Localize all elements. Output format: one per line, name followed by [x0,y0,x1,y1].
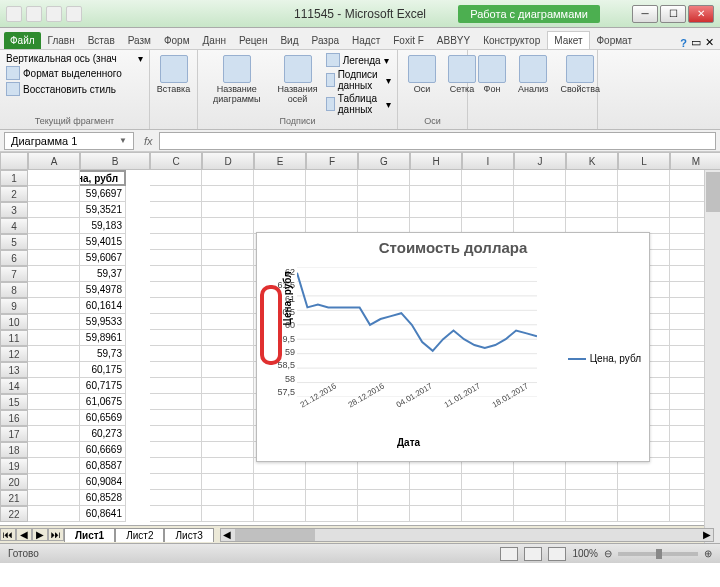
chart-title[interactable]: Стоимость доллара [257,233,649,256]
cell-F22[interactable] [306,506,358,522]
column-header-F[interactable]: F [306,152,358,170]
cell-A9[interactable] [28,298,80,314]
cell-A20[interactable] [28,474,80,490]
formula-input[interactable] [159,132,716,150]
column-header-K[interactable]: K [566,152,618,170]
cell-F20[interactable] [306,474,358,490]
maximize-button[interactable]: ☐ [660,5,686,23]
cell-D20[interactable] [202,474,254,490]
cell-H2[interactable] [410,186,462,202]
cell-I3[interactable] [462,202,514,218]
minimize-button[interactable]: ─ [632,5,658,23]
axis-titles-button[interactable]: Названия осей [274,53,322,107]
sheet-tab-1[interactable]: Лист1 [64,528,115,542]
y-axis-title[interactable]: Цена, рубл [282,272,293,326]
cell-C3[interactable] [150,202,202,218]
worksheet-grid[interactable]: ABCDEFGHIJKLM 12345678910111213141516171… [0,152,720,525]
view-normal-button[interactable] [500,547,518,561]
cell-C13[interactable] [150,362,202,378]
qat-redo-icon[interactable] [66,6,82,22]
tab-pagelayout[interactable]: Разм [122,32,157,49]
column-header-C[interactable]: C [150,152,202,170]
cell-D5[interactable] [202,234,254,250]
cell-A8[interactable] [28,282,80,298]
cell-C5[interactable] [150,234,202,250]
cell-H1[interactable] [410,170,462,186]
cell-F21[interactable] [306,490,358,506]
vscroll-thumb[interactable] [706,172,720,212]
cell-E22[interactable] [254,506,306,522]
row-header-15[interactable]: 15 [0,394,28,410]
cell-K22[interactable] [566,506,618,522]
view-pagelayout-button[interactable] [524,547,542,561]
cell-L1[interactable] [618,170,670,186]
tab-chart-format[interactable]: Формат [591,32,639,49]
cell-D21[interactable] [202,490,254,506]
row-header-9[interactable]: 9 [0,298,28,314]
select-all-corner[interactable] [0,152,28,170]
format-selection-button[interactable]: Формат выделенного [6,66,143,80]
cell-D9[interactable] [202,298,254,314]
chart-title-button[interactable]: Название диаграммы [204,53,270,107]
cell-E21[interactable] [254,490,306,506]
horizontal-scrollbar[interactable]: ◀▶ [220,528,714,542]
cell-D17[interactable] [202,426,254,442]
cell-I1[interactable] [462,170,514,186]
cell-D3[interactable] [202,202,254,218]
cell-H21[interactable] [410,490,462,506]
hscroll-thumb[interactable] [235,529,315,541]
x-axis-title[interactable]: Дата [397,437,420,448]
cell-I20[interactable] [462,474,514,490]
cell-H22[interactable] [410,506,462,522]
cell-E1[interactable] [254,170,306,186]
cell-D1[interactable] [202,170,254,186]
cell-A21[interactable] [28,490,80,506]
cell-J3[interactable] [514,202,566,218]
analysis-button[interactable]: Анализ [514,53,552,97]
row-header-7[interactable]: 7 [0,266,28,282]
tab-developer[interactable]: Разра [306,32,346,49]
view-pagebreak-button[interactable] [548,547,566,561]
cell-D19[interactable] [202,458,254,474]
cell-A14[interactable] [28,378,80,394]
row-header-20[interactable]: 20 [0,474,28,490]
cell-E20[interactable] [254,474,306,490]
column-header-J[interactable]: J [514,152,566,170]
cell-L22[interactable] [618,506,670,522]
name-box[interactable]: Диаграмма 1▼ [4,132,134,150]
cell-D18[interactable] [202,442,254,458]
cell-C19[interactable] [150,458,202,474]
data-table-button[interactable]: Таблица данных ▾ [326,93,391,115]
cell-D10[interactable] [202,314,254,330]
cell-D4[interactable] [202,218,254,234]
tab-review[interactable]: Рецен [233,32,274,49]
chart-plot-area[interactable] [297,267,537,397]
column-header-A[interactable]: A [28,152,80,170]
column-header-D[interactable]: D [202,152,254,170]
cell-A11[interactable] [28,330,80,346]
cell-F2[interactable] [306,186,358,202]
cell-G21[interactable] [358,490,410,506]
cell-K1[interactable] [566,170,618,186]
cell-H20[interactable] [410,474,462,490]
chevron-down-icon[interactable]: ▼ [119,136,127,145]
cell-C1[interactable] [150,170,202,186]
row-header-22[interactable]: 22 [0,506,28,522]
cell-C17[interactable] [150,426,202,442]
cell-A1[interactable] [28,170,80,186]
cell-C12[interactable] [150,346,202,362]
cell-L20[interactable] [618,474,670,490]
zoom-slider[interactable] [618,552,698,556]
row-header-6[interactable]: 6 [0,250,28,266]
cell-K21[interactable] [566,490,618,506]
sheet-nav-prev[interactable]: ◀ [16,528,32,541]
cell-A15[interactable] [28,394,80,410]
column-header-M[interactable]: M [670,152,720,170]
cell-C7[interactable] [150,266,202,282]
row-header-21[interactable]: 21 [0,490,28,506]
column-header-H[interactable]: H [410,152,462,170]
cell-C4[interactable] [150,218,202,234]
cell-D16[interactable] [202,410,254,426]
cell-A5[interactable] [28,234,80,250]
tab-chart-layout[interactable]: Макет [547,31,589,49]
